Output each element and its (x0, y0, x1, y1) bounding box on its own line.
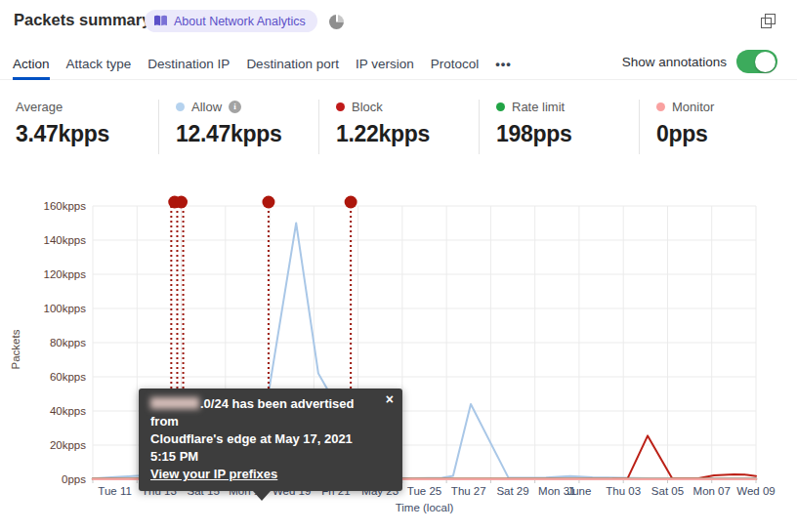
svg-text:160kpps: 160kpps (44, 200, 87, 212)
svg-text:Thu 03: Thu 03 (606, 485, 641, 497)
show-annotations-toggle[interactable] (736, 50, 777, 73)
book-icon (153, 15, 168, 27)
stat-allow: Allow i 12.47kpps (176, 99, 322, 147)
stat-value: 12.47kpps (176, 121, 322, 147)
tab-destination-ip[interactable]: Destination IP (147, 49, 230, 80)
y-axis-labels: 0pps20kpps40kpps60kpps80kpps100kpps120kp… (44, 200, 87, 485)
divider (479, 100, 480, 154)
badge-label: About Network Analytics (174, 15, 306, 28)
rate-limit-legend-dot (496, 102, 505, 111)
stat-monitor: Monitor 0pps (656, 99, 797, 147)
svg-text:40kpps: 40kpps (50, 405, 86, 417)
svg-text:80kpps: 80kpps (50, 337, 86, 348)
svg-text:Sat 29: Sat 29 (496, 485, 528, 497)
svg-text:140kpps: 140kpps (44, 234, 87, 246)
toggle-knob (755, 52, 776, 72)
tab-attack-type[interactable]: Attack type (66, 49, 132, 80)
stat-label: Monitor (672, 100, 714, 114)
x-axis-title: Time (local) (396, 502, 454, 513)
stat-value: 1.22kpps (336, 121, 482, 147)
svg-text:Tue 25: Tue 25 (407, 485, 441, 497)
svg-text:June: June (566, 485, 591, 497)
svg-text:Wed 09: Wed 09 (736, 485, 775, 497)
popout-window-icon[interactable] (761, 13, 778, 30)
svg-text:20kpps: 20kpps (50, 439, 86, 451)
stat-label: Block (352, 100, 383, 114)
page-title: Packets summary (14, 11, 150, 29)
annotation-tooltip: .0/24 has been advertised from Cloudflar… (139, 389, 402, 491)
divider (639, 100, 640, 154)
view-ip-prefixes-link[interactable]: View your IP prefixes (150, 467, 277, 481)
info-icon[interactable]: i (229, 101, 241, 113)
stat-value: 3.47kpps (16, 121, 162, 147)
tab-ip-version[interactable]: IP version (356, 49, 414, 80)
stat-block: Block 1.22kpps (336, 99, 482, 147)
svg-text:0pps: 0pps (62, 473, 86, 485)
pie-status-icon (329, 15, 344, 29)
svg-text:Sat 05: Sat 05 (651, 485, 684, 497)
stat-value: 0pps (656, 121, 797, 147)
redacted-ip-prefix (150, 397, 199, 409)
monitor-legend-dot (656, 102, 665, 111)
svg-text:Tue 11: Tue 11 (98, 485, 132, 497)
svg-text:120kpps: 120kpps (44, 268, 87, 280)
stat-label: Average (16, 100, 63, 114)
stat-average: Average 3.47kpps (16, 99, 162, 147)
stat-value: 198pps (496, 121, 643, 147)
svg-text:Thu 27: Thu 27 (451, 485, 486, 497)
show-annotations-control: Show annotations (622, 50, 777, 73)
stat-rate-limit: Rate limit 198pps (496, 99, 643, 147)
y-axis-title: Packets (10, 329, 21, 369)
tab-destination-port[interactable]: Destination port (246, 49, 339, 80)
svg-text:60kpps: 60kpps (50, 371, 86, 383)
stat-label: Allow (191, 100, 222, 114)
block-legend-dot (336, 102, 345, 111)
tooltip-caret (253, 491, 271, 501)
svg-text:Mon 07: Mon 07 (693, 485, 731, 497)
svg-text:100kpps: 100kpps (44, 303, 87, 314)
about-network-analytics-badge[interactable]: About Network Analytics (145, 10, 317, 32)
tooltip-line1: .0/24 has been advertised from (150, 395, 377, 430)
divider (318, 100, 319, 154)
stat-label: Rate limit (512, 100, 565, 114)
show-annotations-label: Show annotations (622, 55, 727, 69)
tooltip-line2: Cloudflare's edge at May 17, 2021 5:15 P… (150, 430, 377, 466)
allow-legend-dot (176, 102, 185, 111)
tabs-more-button[interactable]: ••• (495, 57, 512, 71)
tab-action[interactable]: Action (13, 49, 50, 80)
divider (158, 100, 159, 154)
tab-protocol[interactable]: Protocol (431, 49, 480, 80)
tooltip-close-icon[interactable]: × (386, 391, 394, 407)
